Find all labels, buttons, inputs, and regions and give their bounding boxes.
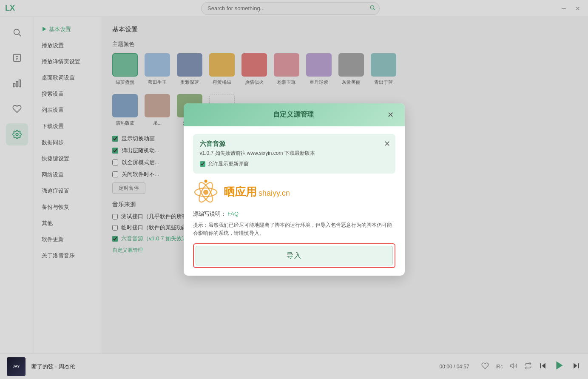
dialog-title: 自定义源管理 bbox=[202, 110, 385, 119]
brand-text-area: 晒应用 shaiyy.cn bbox=[224, 185, 290, 199]
faq-link[interactable]: FAQ bbox=[227, 211, 239, 217]
plugin-desc: v1.0.7 如失效请前往 www.sixyin.com 下载最新版本 bbox=[200, 150, 389, 157]
svg-point-19 bbox=[204, 180, 207, 182]
dialog-close-button[interactable]: ✕ bbox=[385, 109, 396, 120]
brand-small: shaiyy.cn bbox=[258, 189, 290, 197]
plugin-logo-area: 晒应用 shaiyy.cn bbox=[193, 180, 395, 205]
import-button-area: 导入 bbox=[193, 243, 395, 268]
dialog-overlay: 自定义源管理 ✕ 六音音源 v1.0.7 如失效请前往 www.sixyin.c… bbox=[0, 0, 588, 379]
plugin-card: 六音音源 v1.0.7 如失效请前往 www.sixyin.com 下载最新版本… bbox=[193, 134, 395, 174]
plugin-update-checkbox[interactable] bbox=[200, 161, 205, 167]
import-button[interactable]: 导入 bbox=[196, 246, 393, 265]
plugin-name: 六音音源 bbox=[200, 140, 389, 148]
plugin-update-label: 允许显示更新弹窗 bbox=[208, 160, 249, 168]
custom-source-dialog: 自定义源管理 ✕ 六音音源 v1.0.7 如失效请前往 www.sixyin.c… bbox=[184, 103, 405, 276]
plugin-logo-icon bbox=[193, 180, 219, 205]
plugin-warning: 提示：虽然我们已经尽可能地隔离了脚本的运行环境，但导入包含恶意行为的脚本仍可能会… bbox=[193, 221, 395, 237]
dialog-body: 六音音源 v1.0.7 如失效请前往 www.sixyin.com 下载最新版本… bbox=[184, 126, 405, 276]
plugin-card-close-button[interactable]: ✕ bbox=[384, 139, 390, 148]
dialog-header: 自定义源管理 ✕ bbox=[184, 103, 405, 126]
svg-point-15 bbox=[203, 190, 208, 195]
plugin-checkbox-row: 允许显示更新弹窗 bbox=[200, 160, 389, 168]
faq-prefix: 源编写说明： bbox=[193, 211, 226, 217]
plugin-faq: 源编写说明： FAQ bbox=[193, 210, 395, 218]
brand-main: 晒应用 bbox=[224, 185, 257, 198]
